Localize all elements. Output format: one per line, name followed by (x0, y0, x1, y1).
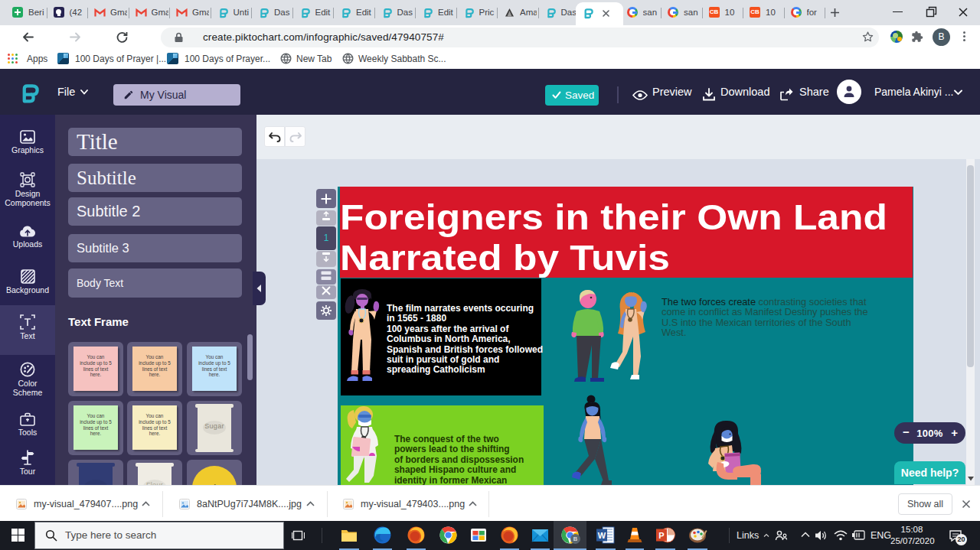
svg-text:P: P (658, 531, 664, 540)
svg-text:1: 1 (324, 233, 329, 243)
svg-text:W: W (598, 531, 606, 540)
